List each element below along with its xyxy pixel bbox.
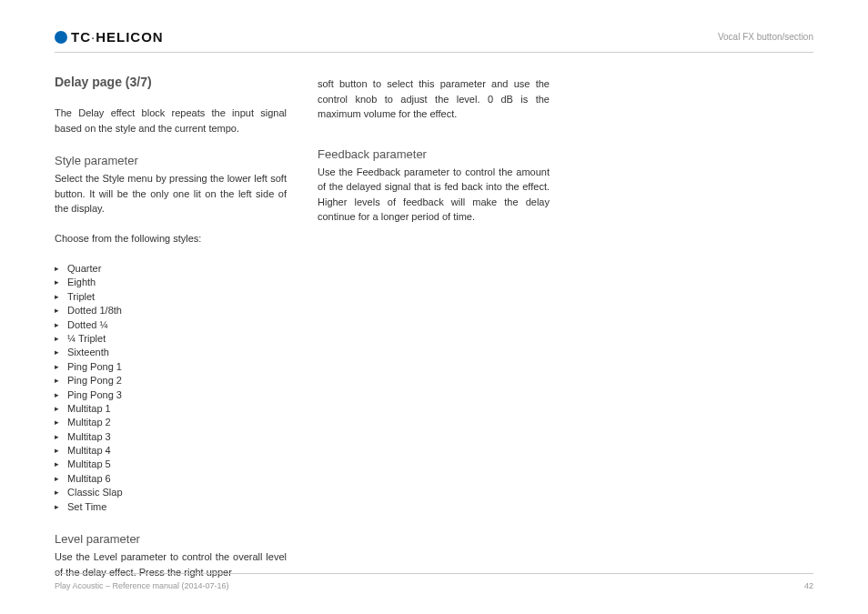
footer-left: Play Acoustic – Reference manual (2014-0…: [55, 581, 229, 590]
intro-text: The Delay effect block repeats the input…: [55, 106, 287, 136]
page-footer: Play Acoustic – Reference manual (2014-0…: [55, 573, 813, 590]
brand-text: TC·HELICON: [71, 29, 164, 45]
list-item: Multitap 6: [55, 472, 287, 486]
style-choose: Choose from the following styles:: [55, 231, 287, 247]
list-item: Multitap 4: [55, 444, 287, 458]
style-text: Select the Style menu by pressing the lo…: [55, 171, 287, 216]
feedback-text: Use the Feedback parameter to control th…: [318, 165, 550, 225]
list-item: Set Time: [55, 500, 287, 514]
brand-suffix: HELICON: [96, 29, 164, 45]
page-title: Delay page (3/7): [55, 75, 287, 89]
list-item: Eighth: [55, 276, 287, 289]
list-item: Multitap 3: [55, 430, 287, 444]
section-label: Vocal FX button/section: [718, 32, 813, 42]
list-item: Classic Slap: [55, 486, 287, 499]
brand-prefix: TC: [71, 29, 91, 45]
list-item: Sixteenth: [55, 346, 287, 359]
list-item: Quarter: [55, 262, 287, 276]
list-item: Multitap 2: [55, 416, 287, 429]
list-item: Multitap 1: [55, 402, 287, 416]
list-item: Ping Pong 2: [55, 374, 287, 388]
style-heading: Style parameter: [55, 154, 287, 167]
feedback-heading: Feedback parameter: [318, 147, 550, 161]
brand-logo: TC·HELICON: [55, 29, 164, 45]
page-number: 42: [804, 581, 813, 590]
list-item: Multitap 5: [55, 458, 287, 471]
page: TC·HELICON Vocal FX button/section Delay…: [0, 0, 868, 614]
list-item: Dotted 1/8th: [55, 304, 287, 317]
page-header: TC·HELICON Vocal FX button/section: [55, 29, 813, 53]
style-list: Quarter Eighth Triplet Dotted 1/8th Dott…: [55, 262, 287, 514]
content-columns: Delay page (3/7) The Delay effect block …: [55, 75, 813, 579]
list-item: Triplet: [55, 290, 287, 304]
level-text-2: soft button to select this parameter and…: [318, 76, 550, 122]
column-left: Delay page (3/7) The Delay effect block …: [55, 75, 287, 579]
logo-icon: [55, 31, 67, 44]
list-item: ¼ Triplet: [55, 332, 287, 346]
list-item: Dotted ¼: [55, 318, 287, 332]
column-right: soft button to select this parameter and…: [318, 75, 550, 579]
list-item: Ping Pong 1: [55, 360, 287, 374]
level-heading: Level parameter: [55, 532, 287, 546]
list-item: Ping Pong 3: [55, 388, 287, 402]
